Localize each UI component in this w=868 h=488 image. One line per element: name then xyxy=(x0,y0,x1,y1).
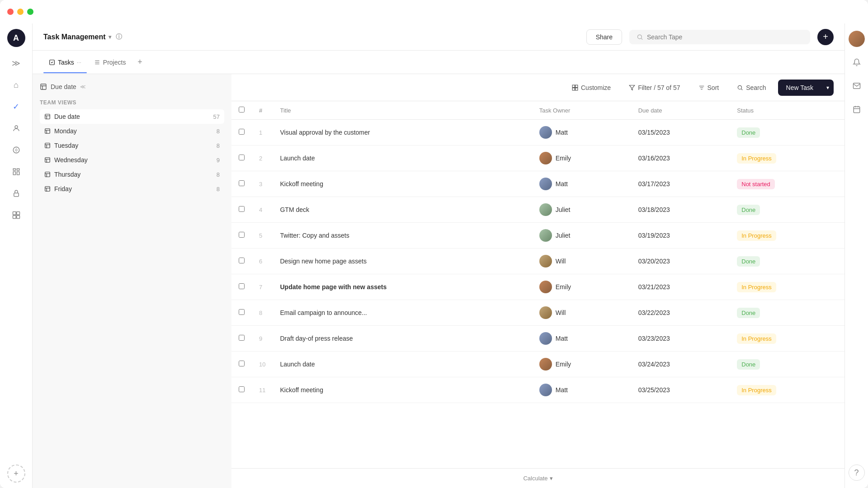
due-date: 03/15/2023 xyxy=(631,120,730,145)
task-owner: Will xyxy=(532,249,631,274)
owner-avatar xyxy=(539,203,552,216)
sidebar-item-grid[interactable] xyxy=(7,163,25,181)
table-row[interactable]: 4 GTM deck Juliet 03/18/2023 Done xyxy=(231,197,844,223)
table-row[interactable]: 10 Launch date Emily 03/24/2023 Done xyxy=(231,352,844,377)
svg-rect-2 xyxy=(13,169,15,170)
row-number: 8 xyxy=(252,300,273,326)
status-badge: Done xyxy=(737,205,760,215)
help-button[interactable]: ? xyxy=(849,465,865,481)
row-checkbox[interactable] xyxy=(239,129,245,135)
svg-rect-21 xyxy=(576,85,578,87)
view-icon xyxy=(44,157,51,163)
row-checkbox[interactable] xyxy=(239,258,245,263)
new-task-arrow-icon[interactable]: ▾ xyxy=(822,80,834,95)
view-item-wednesday[interactable]: Wednesday 9 xyxy=(40,153,224,167)
row-checkbox[interactable] xyxy=(239,386,245,392)
row-checkbox[interactable] xyxy=(239,155,245,160)
svg-rect-3 xyxy=(17,169,19,170)
row-checkbox[interactable] xyxy=(239,335,245,341)
share-button[interactable]: Share xyxy=(586,29,622,45)
status-cell: Done xyxy=(730,249,844,274)
user-avatar[interactable] xyxy=(849,31,865,47)
view-item-due-date[interactable]: Due date 57 xyxy=(40,109,224,124)
table-row[interactable]: 8 Email campaign to announce... Will 03/… xyxy=(231,300,844,326)
add-button[interactable]: + xyxy=(817,29,834,45)
top-header: Task Management ▾ ⓘ Share + xyxy=(33,23,844,51)
sidebar-item-collapse[interactable]: ≫ xyxy=(7,54,25,72)
table-row[interactable]: 7 Update home page with new assets Emily… xyxy=(231,274,844,300)
filter-button[interactable]: Filter / 57 of 57 xyxy=(623,80,686,95)
select-all-checkbox[interactable] xyxy=(239,107,245,113)
status-badge: In Progress xyxy=(737,153,776,164)
row-checkbox[interactable] xyxy=(239,180,245,186)
view-item-tuesday[interactable]: Tuesday 8 xyxy=(40,138,224,153)
sidebar-item-tasks[interactable]: ✓ xyxy=(7,98,25,116)
row-checkbox[interactable] xyxy=(239,309,245,315)
col-num: # xyxy=(252,101,273,120)
owner-avatar xyxy=(539,178,552,190)
svg-rect-22 xyxy=(572,88,575,90)
app-window: A ≫ ⌂ ✓ + xyxy=(0,0,868,488)
table-row[interactable]: 2 Launch date Emily 03/16/2023 In Progre… xyxy=(231,145,844,171)
sidebar-item-user[interactable] xyxy=(7,119,25,137)
table-row[interactable]: 11 Kickoff meeting Matt 03/25/2023 In Pr… xyxy=(231,377,844,403)
collapse-icon[interactable]: ≪ xyxy=(80,84,86,90)
sidebar-item-finance[interactable] xyxy=(7,141,25,159)
table-body: 1 Visual approval by the customer Matt 0… xyxy=(231,120,844,403)
row-checkbox[interactable] xyxy=(239,232,245,238)
search-toolbar-button[interactable]: Search xyxy=(731,80,772,95)
sidebar-item-home[interactable]: ⌂ xyxy=(7,76,25,94)
close-button[interactable] xyxy=(7,9,14,15)
status-cell: Done xyxy=(730,120,844,145)
view-item-monday[interactable]: Monday 8 xyxy=(40,124,224,138)
new-task-button[interactable]: New Task ▾ xyxy=(778,80,834,96)
task-owner: Matt xyxy=(532,377,631,403)
info-icon[interactable]: ⓘ xyxy=(116,33,122,41)
table-row[interactable]: 6 Design new home page assets Will 03/20… xyxy=(231,249,844,274)
calculate-bar[interactable]: Calculate ▾ xyxy=(231,468,844,488)
table-row[interactable]: 9 Draft day-of press release Matt 03/23/… xyxy=(231,326,844,352)
app-title-text: Task Management xyxy=(43,33,106,41)
view-item-thursday[interactable]: Thursday 8 xyxy=(40,167,224,182)
due-date-header[interactable]: Due date ≪ xyxy=(40,83,224,90)
tab-menu-icon[interactable]: ··· xyxy=(77,59,81,66)
search-icon xyxy=(637,33,643,41)
svg-rect-9 xyxy=(13,216,16,219)
sort-button[interactable]: Sort xyxy=(692,80,726,95)
row-checkbox[interactable] xyxy=(239,206,245,212)
sidebar-add-button[interactable]: + xyxy=(7,465,25,483)
table-row[interactable]: 5 Twitter: Copy and assets Juliet 03/19/… xyxy=(231,223,844,249)
sidebar-item-lock[interactable] xyxy=(7,184,25,202)
chevron-down-icon[interactable]: ▾ xyxy=(108,34,111,40)
right-sidebar: ? xyxy=(844,23,868,488)
calendar-button[interactable] xyxy=(849,101,865,117)
notifications-button[interactable] xyxy=(849,54,865,70)
tab-tasks[interactable]: Tasks ··· xyxy=(43,55,87,70)
row-checkbox[interactable] xyxy=(239,283,245,289)
minimize-button[interactable] xyxy=(17,9,24,15)
customize-button[interactable]: Customize xyxy=(566,80,617,95)
main-content: Due date ≪ Team views Due date 57 Monday… xyxy=(33,74,844,488)
tab-projects[interactable]: Projects xyxy=(89,55,132,70)
table-panel: Customize Filter / 57 of 57 Sort Se xyxy=(231,74,844,488)
view-count: 57 xyxy=(213,113,220,120)
table-row[interactable]: 3 Kickoff meeting Matt 03/17/2023 Not st… xyxy=(231,171,844,197)
task-title: Design new home page assets xyxy=(273,249,532,274)
task-owner: Matt xyxy=(532,120,631,145)
messages-button[interactable] xyxy=(849,78,865,94)
maximize-button[interactable] xyxy=(27,9,33,15)
grid-icon xyxy=(572,84,578,91)
view-icon xyxy=(44,186,51,192)
avatar[interactable]: A xyxy=(7,29,25,47)
search-input[interactable] xyxy=(647,33,803,41)
table-row[interactable]: 1 Visual approval by the customer Matt 0… xyxy=(231,120,844,145)
sidebar: A ≫ ⌂ ✓ + xyxy=(0,23,33,488)
row-checkbox[interactable] xyxy=(239,361,245,366)
view-count: 8 xyxy=(217,186,220,192)
status-badge: Done xyxy=(737,308,760,318)
view-item-friday[interactable]: Friday 8 xyxy=(40,182,224,196)
add-tab-button[interactable]: + xyxy=(133,56,146,69)
sidebar-item-apps[interactable] xyxy=(7,206,25,224)
view-icon xyxy=(44,142,51,149)
row-number: 4 xyxy=(252,197,273,223)
